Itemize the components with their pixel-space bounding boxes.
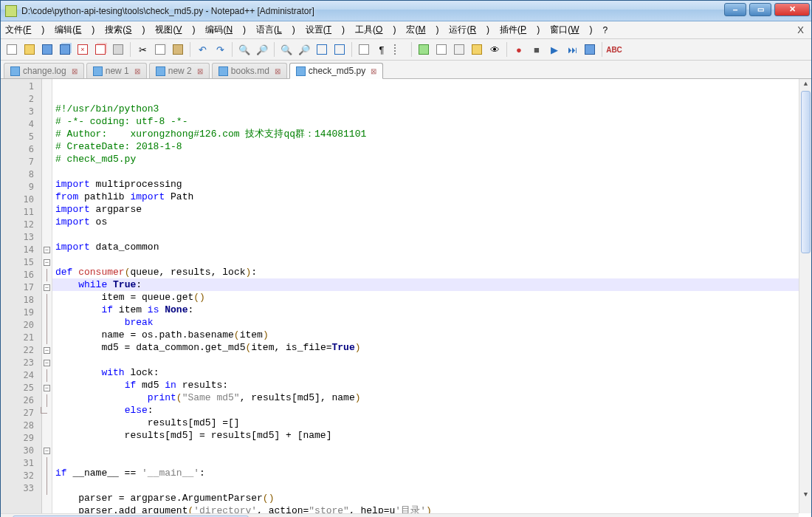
tab[interactable]: new 1⊠ (86, 63, 147, 78)
fold-cell[interactable] (42, 81, 52, 93)
menu-item[interactable]: 视图(V) (155, 24, 195, 36)
save-button[interactable] (39, 41, 55, 58)
code-line[interactable]: parser.add_argument('directory', action=… (52, 504, 811, 513)
fold-cell[interactable] (42, 168, 52, 181)
code-line[interactable]: if item is None: (52, 304, 811, 316)
close-document-button[interactable]: X (797, 24, 804, 35)
fold-cell[interactable] (42, 206, 52, 219)
wordwrap-button[interactable] (356, 41, 372, 58)
fold-cell[interactable] (42, 407, 52, 420)
fold-cell[interactable] (42, 420, 52, 432)
fold-cell[interactable]: − (42, 256, 52, 269)
code-line[interactable]: def consumer(queue, results, lock): (52, 266, 811, 278)
tab-close-icon[interactable]: ⊠ (197, 67, 203, 75)
fold-cell[interactable]: − (42, 281, 52, 294)
fold-cell[interactable] (42, 93, 52, 106)
maximize-button[interactable] (749, 3, 771, 16)
undo-button[interactable]: ↶ (194, 41, 210, 58)
close-file-button[interactable]: × (75, 41, 91, 58)
record-macro-button[interactable]: ● (511, 41, 527, 58)
horizontal-scrollbar[interactable] (1, 513, 799, 517)
fold-cell[interactable]: − (42, 445, 52, 457)
folder-as-workspace-button[interactable] (469, 41, 485, 58)
fold-cell[interactable] (42, 118, 52, 131)
code-line[interactable]: else: (52, 404, 811, 417)
fold-cell[interactable] (42, 131, 52, 143)
menu-item[interactable]: 工具(O) (355, 24, 396, 36)
fold-cell[interactable] (42, 194, 52, 206)
tab-close-icon[interactable]: ⊠ (371, 67, 376, 75)
code-line[interactable]: # check_md5.py (52, 153, 811, 165)
tab[interactable]: check_md5.py⊠ (289, 63, 383, 79)
code-line[interactable] (52, 165, 811, 178)
fold-cell[interactable] (42, 106, 52, 118)
code-line[interactable]: if md5 in results: (52, 379, 811, 391)
fold-cell[interactable] (42, 394, 52, 407)
code-line[interactable]: import multiprocessing (52, 178, 811, 191)
fold-cell[interactable] (42, 369, 52, 382)
play-multi-button[interactable]: ⏭ (564, 41, 580, 58)
sync-h-button[interactable] (331, 41, 348, 58)
code-line[interactable]: import argparse (52, 203, 811, 216)
scroll-thumb[interactable] (801, 91, 811, 253)
copy-button[interactable] (152, 41, 168, 58)
code-line[interactable]: import data_common (52, 241, 811, 253)
menu-item[interactable]: 运行(R) (449, 24, 489, 36)
code-line[interactable]: item = queue.get() (52, 291, 811, 304)
code-line[interactable]: results[md5] = results[md5] + [name] (52, 429, 811, 442)
menu-item[interactable]: 窗口(W) (550, 24, 592, 36)
code-line[interactable]: from pathlib import Path (52, 191, 811, 203)
code-line[interactable]: results[md5] =[] (52, 417, 811, 429)
code-line[interactable]: md5 = data_common.get_md5(item, is_file=… (52, 341, 811, 354)
code-line[interactable]: if __name__ == '__main__': (52, 467, 811, 479)
fold-margin[interactable]: −−−−−−− (42, 79, 52, 513)
vertical-scrollbar[interactable]: ▲ ▼ (799, 79, 811, 513)
code-line[interactable]: # CreateDate: 2018-1-8 (52, 140, 811, 153)
stop-macro-button[interactable]: ■ (529, 41, 545, 58)
fold-cell[interactable] (42, 319, 52, 332)
code-line[interactable]: # -*- coding: utf-8 -*- (52, 115, 811, 128)
fold-cell[interactable] (42, 307, 52, 319)
new-file-button[interactable] (4, 41, 20, 58)
print-button[interactable] (110, 41, 126, 58)
code-line[interactable] (52, 228, 811, 241)
code-line[interactable]: break (52, 316, 811, 329)
menu-item[interactable]: 宏(M) (406, 24, 438, 36)
tab[interactable]: books.md⊠ (212, 63, 287, 78)
spellcheck-button[interactable]: ABC (606, 41, 622, 58)
code-line[interactable]: while True: (52, 278, 811, 291)
show-all-chars-button[interactable]: ¶ (374, 41, 390, 58)
replace-button[interactable]: 🔎 (254, 41, 270, 58)
code-line[interactable]: #!/usr/bin/python3 (52, 103, 811, 115)
fold-cell[interactable] (42, 470, 52, 482)
find-button[interactable]: 🔍 (236, 41, 252, 58)
redo-button[interactable]: ↷ (212, 41, 228, 58)
fold-cell[interactable] (42, 332, 52, 344)
monitoring-button[interactable]: 👁 (486, 41, 503, 58)
code-line[interactable] (52, 442, 811, 454)
indent-guide-button[interactable] (391, 41, 407, 58)
save-all-button[interactable] (57, 41, 73, 58)
menu-item[interactable]: 编码(N) (205, 24, 246, 36)
code-line[interactable]: with lock: (52, 366, 811, 379)
fold-cell[interactable] (42, 181, 52, 194)
code-line[interactable]: parser = argparse.ArgumentParser() (52, 492, 811, 504)
lang-button[interactable] (416, 41, 432, 58)
cut-button[interactable]: ✂ (134, 41, 151, 58)
doc-map-button[interactable] (433, 41, 450, 58)
scroll-up-icon[interactable]: ▲ (800, 79, 811, 90)
menu-item[interactable]: 搜索(S) (105, 24, 145, 36)
fold-cell[interactable]: − (42, 244, 52, 256)
fold-cell[interactable] (42, 219, 52, 231)
code-line[interactable]: name = os.path.basename(item) (52, 329, 811, 341)
fold-cell[interactable] (42, 143, 52, 156)
close-window-button[interactable] (774, 3, 810, 16)
close-all-button[interactable] (92, 41, 109, 58)
fold-cell[interactable] (42, 269, 52, 281)
fold-cell[interactable] (42, 482, 52, 495)
minimize-button[interactable] (724, 3, 746, 16)
fold-cell[interactable] (42, 156, 52, 168)
menu-item[interactable]: 插件(P) (500, 24, 540, 36)
fold-cell[interactable] (42, 432, 52, 445)
menu-item[interactable]: 语言(L) (256, 24, 295, 36)
